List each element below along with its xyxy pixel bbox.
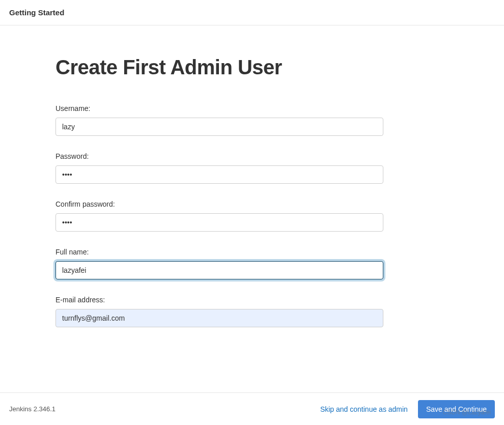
email-label: E-mail address: — [55, 296, 438, 304]
footer-actions: Skip and continue as admin Save and Cont… — [320, 400, 495, 418]
username-group: Username: — [55, 104, 438, 136]
username-label: Username: — [55, 104, 438, 112]
version-text: Jenkins 2.346.1 — [9, 405, 55, 413]
confirm-password-group: Confirm password: — [55, 200, 438, 232]
username-input[interactable] — [55, 118, 383, 136]
skip-link[interactable]: Skip and continue as admin — [320, 405, 408, 413]
password-group: Password: — [55, 152, 438, 184]
password-input[interactable] — [55, 165, 383, 184]
confirm-password-label: Confirm password: — [55, 200, 438, 208]
header-title: Getting Started — [9, 8, 495, 17]
page-heading: Create First Admin User — [55, 56, 438, 79]
page-header: Getting Started — [0, 0, 504, 25]
full-name-input[interactable] — [55, 261, 383, 279]
main-content: Create First Admin User Username: Passwo… — [0, 25, 438, 327]
confirm-password-input[interactable] — [55, 213, 383, 232]
password-label: Password: — [55, 152, 438, 160]
full-name-label: Full name: — [55, 248, 438, 256]
email-input[interactable] — [55, 309, 383, 327]
save-continue-button[interactable]: Save and Continue — [418, 400, 495, 418]
full-name-group: Full name: — [55, 248, 438, 279]
page-footer: Jenkins 2.346.1 Skip and continue as adm… — [0, 392, 504, 425]
email-group: E-mail address: — [55, 296, 438, 327]
